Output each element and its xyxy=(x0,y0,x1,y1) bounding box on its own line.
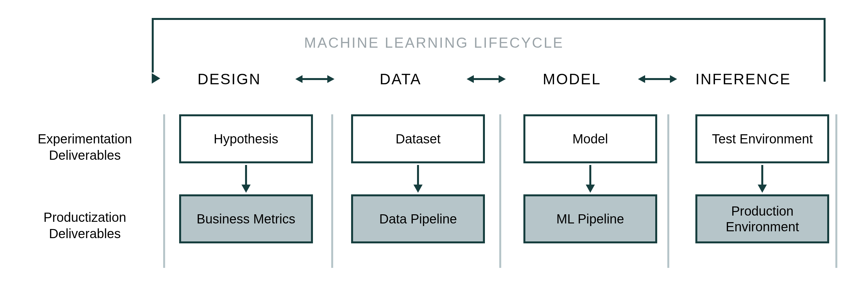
column-data: Dataset Data Pipeline xyxy=(332,114,504,243)
deliverables-grid: Hypothesis Business Metrics Dataset Data… xyxy=(160,114,848,243)
box-data-pipeline: Data Pipeline xyxy=(351,194,485,243)
bi-arrow-icon xyxy=(638,73,677,85)
arrow-down-icon xyxy=(241,165,251,193)
arrow-down-icon xyxy=(757,165,768,193)
svg-marker-2 xyxy=(327,75,335,83)
svg-marker-10 xyxy=(242,184,251,193)
bi-arrow-icon xyxy=(467,73,506,85)
column-inference: Test Environment Production Environment xyxy=(677,114,849,243)
box-test-environment: Test Environment xyxy=(695,114,829,163)
stage-model: MODEL xyxy=(509,70,635,88)
stage-data: DATA xyxy=(338,70,463,88)
row-label-productization: Productization Deliverables xyxy=(20,209,150,242)
box-dataset: Dataset xyxy=(351,114,485,163)
box-model: Model xyxy=(523,114,657,163)
diagram-title: MACHINE LEARNING LIFECYCLE xyxy=(0,35,868,51)
svg-marker-1 xyxy=(295,75,303,83)
svg-marker-7 xyxy=(638,75,645,83)
stage-inference: INFERENCE xyxy=(680,70,806,88)
row-label-experimentation: Experimentation Deliverables xyxy=(20,131,150,163)
svg-marker-16 xyxy=(758,184,767,193)
svg-marker-8 xyxy=(670,75,677,83)
arrowhead-right-icon xyxy=(152,73,160,84)
arrow-down-icon xyxy=(585,165,595,193)
svg-marker-5 xyxy=(499,75,506,83)
arrow-down-icon xyxy=(413,165,423,193)
box-production-environment: Production Environment xyxy=(695,194,829,243)
stage-row: DESIGN DATA MODEL INFERENCE xyxy=(166,70,806,88)
column-design: Hypothesis Business Metrics xyxy=(160,114,332,243)
box-hypothesis: Hypothesis xyxy=(179,114,313,163)
stage-design: DESIGN xyxy=(166,70,292,88)
box-ml-pipeline: ML Pipeline xyxy=(523,194,657,243)
box-business-metrics: Business Metrics xyxy=(179,194,313,243)
svg-marker-4 xyxy=(467,75,474,83)
column-model: Model ML Pipeline xyxy=(504,114,677,243)
svg-marker-12 xyxy=(413,184,423,193)
bi-arrow-icon xyxy=(295,73,335,85)
svg-marker-14 xyxy=(586,184,595,193)
